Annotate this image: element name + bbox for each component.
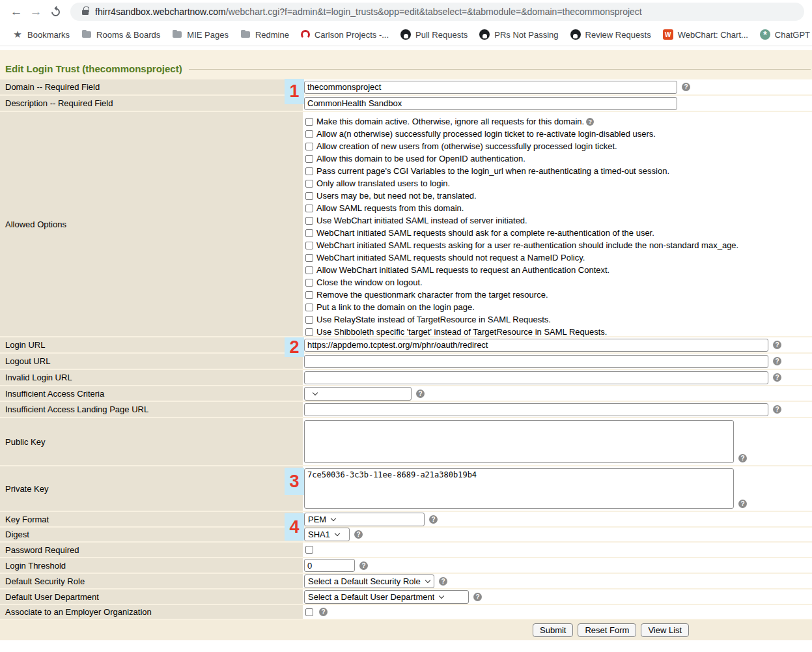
public-key-textarea[interactable]: [304, 420, 734, 463]
allowed-option-label: Pass current page's CGI Variables to the…: [316, 166, 669, 176]
checkbox[interactable]: [305, 254, 313, 262]
field-label: Associate to an Employer Organization: [0, 605, 303, 619]
domain-input[interactable]: [304, 81, 677, 94]
allowed-option-label: Put a link to the domain on the login pa…: [316, 302, 475, 312]
reload-icon[interactable]: [46, 8, 65, 16]
allowed-option-label: Only allow translated users to login.: [316, 178, 450, 188]
help-icon[interactable]: [773, 373, 781, 382]
help-icon[interactable]: [738, 454, 747, 462]
page-title: Edit Login Trust (thecommonsproject): [5, 63, 182, 74]
bookmark-item-webchart[interactable]: WWebChart: Chart...: [657, 26, 754, 43]
checkbox[interactable]: [305, 291, 313, 299]
allowed-option: Allow creation of new users from (otherw…: [305, 140, 738, 152]
checkbox[interactable]: [305, 130, 313, 138]
checkbox[interactable]: [305, 328, 313, 336]
digest-select[interactable]: SHA1: [304, 528, 350, 541]
password-required-checkbox[interactable]: [305, 546, 313, 554]
row-insufficient-access-landing: Insufficient Access Landing Page URL: [0, 402, 812, 417]
help-icon[interactable]: [773, 341, 781, 349]
login-threshold-input[interactable]: [304, 559, 355, 572]
address-bar[interactable]: fhirr4sandbox.webchartnow.com/webchart.c…: [70, 3, 804, 21]
star-icon: ★: [12, 29, 23, 40]
reset-form-button[interactable]: Reset Form: [578, 623, 636, 637]
chevron-down-icon: [425, 577, 430, 582]
allowed-option: Only allow translated users to login.: [305, 177, 738, 190]
help-icon[interactable]: [586, 118, 594, 126]
help-icon[interactable]: [473, 593, 482, 601]
help-icon[interactable]: [354, 530, 363, 539]
checkbox[interactable]: [305, 217, 313, 225]
row-login-threshold: Login Threshold: [0, 558, 812, 573]
row-logout-url: Logout URL: [0, 354, 812, 369]
allowed-option-label: Allow a(n otherwise) successfully proces…: [316, 129, 656, 139]
url-text: fhirr4sandbox.webchartnow.com/webchart.c…: [95, 7, 642, 17]
help-icon[interactable]: [738, 500, 747, 508]
checkbox[interactable]: [305, 192, 313, 200]
invalid-login-url-input[interactable]: [304, 371, 768, 384]
field-label: Invalid Login URL: [0, 370, 303, 385]
select-value: PEM: [308, 515, 326, 524]
bookmark-item-prs-not-passing[interactable]: PRs Not Passing: [473, 26, 564, 43]
field-label: Digest: [0, 528, 303, 541]
forward-icon[interactable]: →: [26, 5, 46, 19]
checkbox[interactable]: [305, 205, 313, 212]
checkbox[interactable]: [305, 304, 313, 311]
allowed-option-label: Allow WebChart initiated SAML requests t…: [316, 265, 609, 275]
allowed-option: Use Shibboleth specific 'target' instead…: [305, 326, 738, 338]
checkbox[interactable]: [305, 229, 313, 237]
bookmark-item-rooms-boards[interactable]: Rooms & Boards: [76, 26, 166, 43]
help-icon[interactable]: [319, 608, 328, 616]
bookmark-item-bookmarks[interactable]: ★Bookmarks: [7, 26, 76, 43]
insufficient-access-landing-input[interactable]: [304, 403, 768, 416]
bookmark-item-pull-requests[interactable]: Pull Requests: [395, 26, 473, 43]
allowed-option-label: Allow SAML requests from this domain.: [316, 203, 464, 213]
view-list-button[interactable]: View List: [641, 623, 689, 637]
description-input[interactable]: [304, 97, 677, 110]
employer-organization-checkbox[interactable]: [305, 608, 313, 616]
checkbox[interactable]: [305, 242, 313, 249]
checkbox[interactable]: [305, 279, 313, 287]
checkbox[interactable]: [305, 118, 313, 126]
back-icon[interactable]: ←: [7, 5, 26, 19]
help-icon[interactable]: [429, 515, 438, 524]
default-security-role-select[interactable]: Select a Default Security Role: [304, 574, 434, 588]
help-icon[interactable]: [359, 561, 368, 570]
help-icon[interactable]: [416, 390, 425, 398]
allowed-option-label: Use RelayState instead of TargetResource…: [316, 315, 551, 324]
allowed-option: WebChart initiated SAML requests asking …: [305, 239, 738, 251]
allowed-option: Allow this domain to be used for OpenID …: [305, 152, 738, 165]
allowed-option: WebChart initiated SAML requests should …: [305, 251, 738, 264]
bookmark-item-carlson-projects[interactable]: Carlson Projects -...: [295, 26, 395, 43]
submit-button[interactable]: Submit: [533, 623, 573, 637]
row-allowed-options: Allowed Options Make this domain active.…: [0, 112, 812, 336]
row-description: Description -- Required Field: [0, 96, 812, 111]
row-public-key: Public Key: [0, 418, 812, 465]
checkbox[interactable]: [305, 167, 313, 175]
allowed-option-label: Remove the questionmark character from t…: [316, 290, 548, 300]
checkbox[interactable]: [305, 143, 313, 150]
bookmark-item-mie-pages[interactable]: MIE Pages: [166, 26, 234, 43]
bookmark-item-review-requests[interactable]: Review Requests: [565, 26, 657, 43]
default-user-department-select[interactable]: Select a Default User Department: [304, 590, 469, 604]
form-buttons-row: Submit Reset Form View List: [0, 620, 812, 640]
checkbox[interactable]: [305, 155, 313, 163]
help-icon[interactable]: [773, 405, 781, 414]
bookmark-item-redmine[interactable]: Redmine: [234, 26, 295, 43]
bookmark-label: Pull Requests: [415, 30, 468, 40]
chevron-down-icon: [313, 390, 318, 395]
allowed-option: Pass current page's CGI Variables to the…: [305, 165, 738, 177]
help-icon[interactable]: [773, 357, 781, 365]
select-value: SHA1: [308, 530, 330, 539]
help-icon[interactable]: [439, 577, 447, 586]
help-icon[interactable]: [682, 83, 690, 91]
private-key-textarea[interactable]: 7ce50036-3c3b-11ee-8689-a21a380b19b4: [304, 468, 734, 509]
logout-url-input[interactable]: [304, 355, 768, 368]
login-url-input[interactable]: [304, 339, 768, 352]
checkbox[interactable]: [305, 266, 313, 274]
annotation-number: 3: [289, 472, 299, 492]
checkbox[interactable]: [305, 316, 313, 324]
checkbox[interactable]: [305, 180, 313, 188]
bookmark-item-chatgpt[interactable]: *ChatGPT: [754, 26, 812, 43]
insufficient-access-criteria-select[interactable]: [304, 387, 412, 401]
key-format-select[interactable]: PEM: [304, 513, 425, 526]
